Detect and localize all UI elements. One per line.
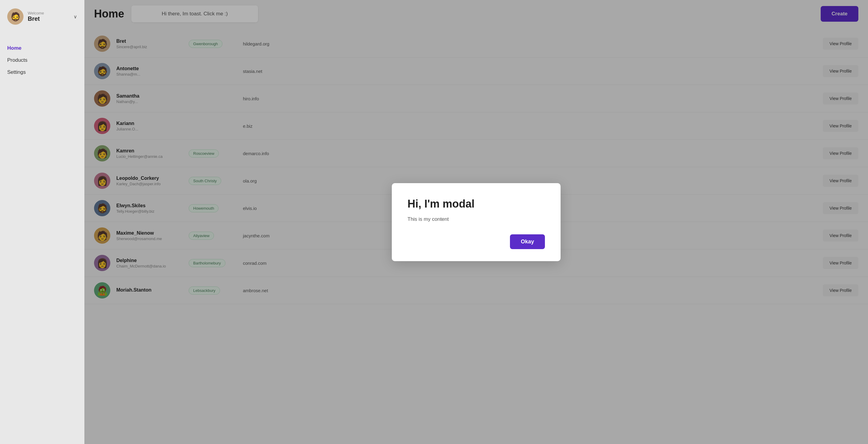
sidebar: 🧔 Welcome Bret ∨ Home Products Settings <box>0 0 84 444</box>
chevron-down-icon[interactable]: ∨ <box>73 14 77 20</box>
sidebar-header: 🧔 Welcome Bret ∨ <box>0 0 84 33</box>
main-content: Home Hi there, Im toast. Click me :) Cre… <box>84 0 868 444</box>
welcome-name: Bret <box>28 15 69 22</box>
modal-content: This is my content <box>407 216 545 222</box>
modal-ok-button[interactable]: Okay <box>510 234 545 249</box>
avatar: 🧔 <box>7 8 24 25</box>
modal-title: Hi, I'm modal <box>407 198 545 210</box>
sidebar-item-home[interactable]: Home <box>7 44 77 53</box>
nav-menu: Home Products Settings <box>0 39 84 81</box>
modal-dialog: Hi, I'm modal This is my content Okay <box>392 183 561 261</box>
sidebar-item-products[interactable]: Products <box>7 56 77 64</box>
modal-footer: Okay <box>407 234 545 249</box>
sidebar-item-settings[interactable]: Settings <box>7 68 77 76</box>
welcome-label: Welcome <box>28 11 69 15</box>
modal-overlay[interactable]: Hi, I'm modal This is my content Okay <box>84 0 868 444</box>
avatar-emoji: 🧔 <box>10 12 21 22</box>
welcome-text: Welcome Bret <box>28 11 69 22</box>
